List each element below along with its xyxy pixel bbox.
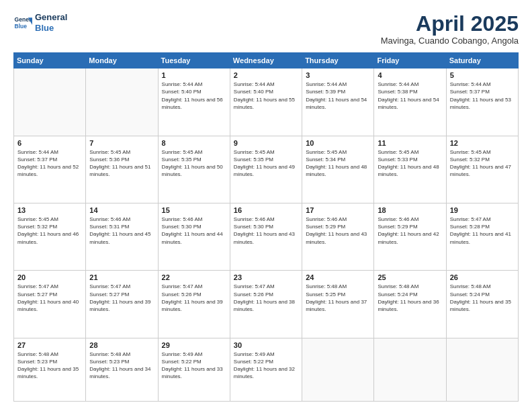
header-wednesday: Wednesday	[230, 53, 302, 68]
day-info: Sunrise: 5:44 AM Sunset: 5:38 PM Dayligh…	[378, 81, 442, 111]
week-row-2: 13Sunrise: 5:45 AM Sunset: 5:32 PM Dayli…	[14, 203, 519, 271]
day-number: 10	[306, 139, 370, 147]
day-number: 25	[378, 273, 442, 281]
day-info: Sunrise: 5:44 AM Sunset: 5:37 PM Dayligh…	[450, 81, 515, 111]
day-number: 20	[17, 273, 82, 281]
day-number: 5	[450, 71, 515, 79]
logo-text-line1: General	[35, 12, 67, 23]
day-info: Sunrise: 5:47 AM Sunset: 5:27 PM Dayligh…	[89, 283, 154, 313]
calendar-cell: 22Sunrise: 5:47 AM Sunset: 5:26 PM Dayli…	[158, 271, 230, 338]
day-info: Sunrise: 5:47 AM Sunset: 5:26 PM Dayligh…	[162, 283, 226, 313]
calendar-cell: 23Sunrise: 5:47 AM Sunset: 5:26 PM Dayli…	[230, 271, 302, 338]
day-number: 15	[162, 206, 226, 214]
day-info: Sunrise: 5:44 AM Sunset: 5:39 PM Dayligh…	[306, 81, 370, 111]
week-row-0: 1Sunrise: 5:44 AM Sunset: 5:40 PM Daylig…	[14, 68, 519, 136]
day-info: Sunrise: 5:46 AM Sunset: 5:29 PM Dayligh…	[378, 216, 442, 246]
day-info: Sunrise: 5:46 AM Sunset: 5:30 PM Dayligh…	[162, 216, 226, 246]
calendar-cell: 24Sunrise: 5:48 AM Sunset: 5:25 PM Dayli…	[302, 271, 374, 338]
calendar-cell: 19Sunrise: 5:47 AM Sunset: 5:28 PM Dayli…	[446, 203, 518, 271]
header-friday: Friday	[374, 53, 446, 68]
day-number: 7	[89, 139, 154, 147]
logo-text-line2: Blue	[35, 23, 67, 34]
day-number: 19	[450, 206, 515, 214]
page: General Blue General Blue April 2025 Mav…	[0, 0, 532, 411]
calendar-cell: 1Sunrise: 5:44 AM Sunset: 5:40 PM Daylig…	[158, 68, 230, 136]
day-info: Sunrise: 5:46 AM Sunset: 5:31 PM Dayligh…	[89, 216, 154, 246]
title-block: April 2025 Mavinga, Cuando Cobango, Ango…	[381, 12, 519, 46]
calendar-cell: 14Sunrise: 5:46 AM Sunset: 5:31 PM Dayli…	[86, 203, 158, 271]
day-info: Sunrise: 5:45 AM Sunset: 5:35 PM Dayligh…	[234, 148, 298, 179]
calendar-cell: 3Sunrise: 5:44 AM Sunset: 5:39 PM Daylig…	[302, 68, 374, 136]
day-number: 21	[89, 273, 154, 281]
day-info: Sunrise: 5:44 AM Sunset: 5:40 PM Dayligh…	[162, 81, 226, 111]
day-info: Sunrise: 5:47 AM Sunset: 5:27 PM Dayligh…	[17, 283, 82, 313]
day-number: 4	[378, 71, 442, 79]
logo: General Blue General Blue	[13, 12, 67, 33]
day-info: Sunrise: 5:45 AM Sunset: 5:35 PM Dayligh…	[162, 148, 226, 179]
day-number: 22	[162, 273, 226, 281]
weekday-header-row: Sunday Monday Tuesday Wednesday Thursday…	[14, 53, 519, 68]
week-row-1: 6Sunrise: 5:44 AM Sunset: 5:37 PM Daylig…	[14, 136, 519, 203]
day-number: 28	[89, 341, 154, 349]
calendar-cell: 11Sunrise: 5:45 AM Sunset: 5:33 PM Dayli…	[374, 136, 446, 203]
calendar-cell	[86, 68, 158, 136]
header-saturday: Saturday	[446, 53, 518, 68]
day-number: 18	[378, 206, 442, 214]
day-info: Sunrise: 5:48 AM Sunset: 5:24 PM Dayligh…	[450, 283, 515, 313]
day-number: 14	[89, 206, 154, 214]
calendar-cell: 18Sunrise: 5:46 AM Sunset: 5:29 PM Dayli…	[374, 203, 446, 271]
day-number: 17	[306, 206, 370, 214]
day-number: 30	[234, 341, 298, 349]
calendar-cell: 6Sunrise: 5:44 AM Sunset: 5:37 PM Daylig…	[14, 136, 86, 203]
calendar-cell: 30Sunrise: 5:49 AM Sunset: 5:22 PM Dayli…	[230, 338, 302, 401]
logo-icon: General Blue	[13, 13, 32, 32]
calendar-cell: 9Sunrise: 5:45 AM Sunset: 5:35 PM Daylig…	[230, 136, 302, 203]
header-sunday: Sunday	[14, 53, 86, 68]
day-number: 27	[17, 341, 82, 349]
calendar-cell: 16Sunrise: 5:46 AM Sunset: 5:30 PM Dayli…	[230, 203, 302, 271]
day-info: Sunrise: 5:44 AM Sunset: 5:40 PM Dayligh…	[234, 81, 298, 111]
day-number: 8	[162, 139, 226, 147]
day-info: Sunrise: 5:49 AM Sunset: 5:22 PM Dayligh…	[234, 351, 298, 381]
day-info: Sunrise: 5:45 AM Sunset: 5:32 PM Dayligh…	[450, 148, 515, 179]
day-info: Sunrise: 5:48 AM Sunset: 5:23 PM Dayligh…	[17, 351, 82, 381]
header: General Blue General Blue April 2025 Mav…	[13, 12, 519, 46]
header-thursday: Thursday	[302, 53, 374, 68]
day-number: 2	[234, 71, 298, 79]
day-info: Sunrise: 5:44 AM Sunset: 5:37 PM Dayligh…	[17, 148, 82, 179]
calendar-cell: 28Sunrise: 5:48 AM Sunset: 5:23 PM Dayli…	[86, 338, 158, 401]
day-info: Sunrise: 5:46 AM Sunset: 5:30 PM Dayligh…	[234, 216, 298, 246]
calendar-table: Sunday Monday Tuesday Wednesday Thursday…	[13, 52, 519, 402]
day-info: Sunrise: 5:45 AM Sunset: 5:36 PM Dayligh…	[89, 148, 154, 179]
day-info: Sunrise: 5:47 AM Sunset: 5:26 PM Dayligh…	[234, 283, 298, 313]
calendar-cell: 4Sunrise: 5:44 AM Sunset: 5:38 PM Daylig…	[374, 68, 446, 136]
day-number: 6	[17, 139, 82, 147]
calendar-cell: 8Sunrise: 5:45 AM Sunset: 5:35 PM Daylig…	[158, 136, 230, 203]
day-number: 12	[450, 139, 515, 147]
calendar-cell	[446, 338, 518, 401]
day-number: 11	[378, 139, 442, 147]
day-number: 1	[162, 71, 226, 79]
calendar-cell: 10Sunrise: 5:45 AM Sunset: 5:34 PM Dayli…	[302, 136, 374, 203]
day-number: 24	[306, 273, 370, 281]
calendar-cell: 26Sunrise: 5:48 AM Sunset: 5:24 PM Dayli…	[446, 271, 518, 338]
day-number: 29	[162, 341, 226, 349]
calendar-cell: 21Sunrise: 5:47 AM Sunset: 5:27 PM Dayli…	[86, 271, 158, 338]
calendar-cell: 7Sunrise: 5:45 AM Sunset: 5:36 PM Daylig…	[86, 136, 158, 203]
day-number: 16	[234, 206, 298, 214]
day-number: 23	[234, 273, 298, 281]
calendar-cell: 29Sunrise: 5:49 AM Sunset: 5:22 PM Dayli…	[158, 338, 230, 401]
calendar-cell	[302, 338, 374, 401]
location-subtitle: Mavinga, Cuando Cobango, Angola	[381, 36, 519, 46]
day-info: Sunrise: 5:49 AM Sunset: 5:22 PM Dayligh…	[162, 351, 226, 381]
month-title: April 2025	[381, 12, 519, 36]
day-info: Sunrise: 5:46 AM Sunset: 5:29 PM Dayligh…	[306, 216, 370, 246]
calendar-cell: 15Sunrise: 5:46 AM Sunset: 5:30 PM Dayli…	[158, 203, 230, 271]
day-number: 9	[234, 139, 298, 147]
day-info: Sunrise: 5:45 AM Sunset: 5:33 PM Dayligh…	[378, 148, 442, 179]
day-number: 26	[450, 273, 515, 281]
day-info: Sunrise: 5:48 AM Sunset: 5:24 PM Dayligh…	[378, 283, 442, 313]
calendar-cell: 2Sunrise: 5:44 AM Sunset: 5:40 PM Daylig…	[230, 68, 302, 136]
calendar-cell: 27Sunrise: 5:48 AM Sunset: 5:23 PM Dayli…	[14, 338, 86, 401]
day-info: Sunrise: 5:45 AM Sunset: 5:34 PM Dayligh…	[306, 148, 370, 179]
